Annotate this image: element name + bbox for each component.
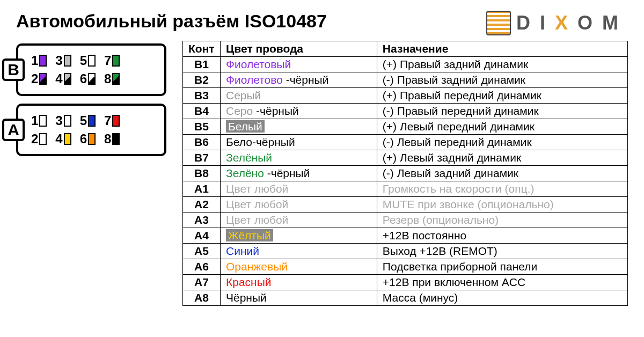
cell-func: (+) Правый задний динамик [377,57,627,72]
th-func: Назначение [377,41,627,57]
pin: 4 [55,131,71,146]
pin: 5 [80,113,96,128]
cell-pin: B5 [183,119,221,135]
table-row: B2Фиолетово -чёрный(-) Правый задний дин… [183,72,628,88]
cell-color: Чёрный [221,290,377,306]
cell-pin: A2 [183,197,221,213]
cell-color: Зелёный [221,150,377,166]
cell-color: Белый [221,119,377,135]
table-row: B8Зелёно -чёрный(-) Левый задний динамик [183,166,628,181]
table-row: A5СинийВыход +12В (REMOT) [183,244,628,259]
cell-color: Жёлтый [221,228,377,244]
table-row: B1Фиолетовый(+) Правый задний динамик [183,57,628,72]
table-row: A2Цвет любойMUTE при звонке (опционально… [183,197,628,213]
cell-func: (+) Левый передний динамик [377,119,627,135]
cell-pin: B8 [183,166,221,181]
table-row: B5Белый(+) Левый передний динамик [183,119,628,135]
connector-a-label: A [2,119,25,141]
table-row: A3Цвет любойРезерв (опционально) [183,213,628,228]
connector-b: B 1357 2468 [16,43,166,96]
cell-func: (-) Левый передний динамик [377,135,627,150]
cell-func: (+) Левый задний динамик [377,150,627,166]
table-row: B7Зелёный(+) Левый задний динамик [183,150,628,166]
cell-func: (-) Правый передний динамик [377,104,627,119]
cell-func: Масса (минус) [377,290,627,306]
table-row: A1Цвет любойГромкость на скорости (опц.) [183,181,628,197]
cell-color: Фиолетовый [221,57,377,72]
cell-color: Цвет любой [221,213,377,228]
cell-pin: A6 [183,259,221,275]
pin: 7 [104,53,120,68]
cell-pin: B3 [183,88,221,104]
cell-func: (-) Правый задний динамик [377,72,627,88]
cell-color: Оранжевый [221,259,377,275]
cell-pin: A1 [183,181,221,197]
cell-func: Выход +12В (REMOT) [377,244,627,259]
table-row: A4Жёлтый+12В постоянно [183,228,628,244]
cell-pin: A4 [183,228,221,244]
cell-color: Цвет любой [221,181,377,197]
pin: 1 [31,53,47,68]
cell-color: Фиолетово -чёрный [221,72,377,88]
pin: 6 [80,71,96,86]
cell-pin: B1 [183,57,221,72]
table-row: A7Красный+12В при включенном ACC [183,275,628,290]
cell-pin: B2 [183,72,221,88]
pin: 1 [31,113,47,128]
pinout-table: Конт Цвет провода Назначение B1Фиолетовы… [182,41,628,306]
table-row: A6ОранжевыйПодсветка приборной панели [183,259,628,275]
brand-logo: DIXOM [486,11,628,35]
cell-color: Красный [221,275,377,290]
table-row: B3Серый(+) Правый передний динамик [183,88,628,104]
cell-pin: B4 [183,104,221,119]
pin: 2 [31,131,47,146]
pin: 8 [104,131,120,146]
cell-pin: A3 [183,213,221,228]
cell-func: MUTE при звонке (опционально) [377,197,627,213]
cell-pin: B7 [183,150,221,166]
table-row: B6Бело-чёрный(-) Левый передний динамик [183,135,628,150]
chip-icon [486,11,511,35]
cell-func: (+) Правый передний динамик [377,88,627,104]
th-color: Цвет провода [221,41,377,57]
cell-color: Цвет любой [221,197,377,213]
cell-color: Серо -чёрный [221,104,377,119]
cell-func: +12В при включенном ACC [377,275,627,290]
page-title: Автомобильный разъём ISO10487 [16,11,327,32]
cell-color: Зелёно -чёрный [221,166,377,181]
pin: 3 [55,53,71,68]
cell-color: Серый [221,88,377,104]
table-row: B4Серо -чёрный(-) Правый передний динами… [183,104,628,119]
table-row: A8ЧёрныйМасса (минус) [183,290,628,306]
cell-pin: B6 [183,135,221,150]
pin: 8 [104,71,120,86]
cell-pin: A8 [183,290,221,306]
pin: 2 [31,71,47,86]
connector-diagram: B 1357 2468 A 1357 2468 [16,41,166,164]
pin: 4 [55,71,71,86]
cell-pin: A5 [183,244,221,259]
connector-b-label: B [2,58,25,81]
pin: 5 [80,53,96,68]
cell-func: Подсветка приборной панели [377,259,627,275]
th-pin: Конт [183,41,221,57]
pin: 3 [55,113,71,128]
cell-color: Синий [221,244,377,259]
cell-func: Резерв (опционально) [377,213,627,228]
cell-func: Громкость на скорости (опц.) [377,181,627,197]
pin: 6 [80,131,96,146]
cell-func: (-) Левый задний динамик [377,166,627,181]
cell-color: Бело-чёрный [221,135,377,150]
connector-a: A 1357 2468 [16,104,166,156]
cell-func: +12В постоянно [377,228,627,244]
pin: 7 [104,113,120,128]
cell-pin: A7 [183,275,221,290]
